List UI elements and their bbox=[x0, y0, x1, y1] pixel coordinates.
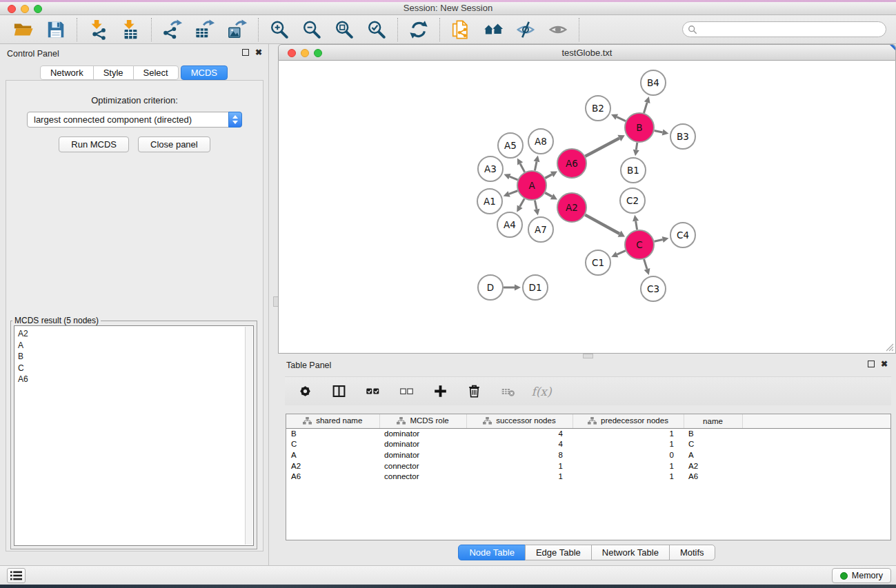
table-cell[interactable]: B bbox=[684, 428, 742, 439]
network-file-icon[interactable] bbox=[450, 19, 472, 41]
result-scrollbar[interactable] bbox=[245, 327, 252, 545]
result-list-item[interactable]: A bbox=[18, 340, 253, 352]
table-cell[interactable]: C bbox=[684, 439, 742, 450]
column-header-MCDS-role[interactable]: MCDS role bbox=[379, 414, 466, 428]
table-cell[interactable]: 1 bbox=[573, 460, 684, 472]
column-header-shared-name[interactable]: shared name bbox=[286, 414, 379, 428]
minimize-window-button[interactable] bbox=[21, 5, 29, 13]
table-cell[interactable]: 1 bbox=[466, 460, 573, 472]
table-row[interactable]: A6connector11A6 bbox=[286, 471, 890, 482]
toolbar-group bbox=[77, 18, 152, 41]
maximize-window-button[interactable] bbox=[34, 5, 42, 13]
trash-icon[interactable] bbox=[463, 381, 485, 403]
result-list-item[interactable]: B bbox=[18, 351, 253, 363]
table-cell[interactable]: 4 bbox=[466, 439, 573, 450]
table-cell[interactable]: 1 bbox=[466, 471, 573, 482]
column-header-name[interactable]: name bbox=[684, 414, 742, 428]
float-table-panel-icon[interactable] bbox=[868, 361, 875, 367]
network-window-titlebar[interactable]: testGlobe.txt bbox=[278, 44, 896, 61]
import-network-icon[interactable] bbox=[87, 19, 109, 41]
table-cell[interactable]: dominator bbox=[379, 449, 466, 460]
network-maximize-button[interactable] bbox=[314, 49, 322, 57]
select-all-icon[interactable] bbox=[361, 381, 384, 403]
import-table-icon[interactable] bbox=[119, 19, 141, 41]
search-input[interactable] bbox=[682, 21, 886, 37]
table-row[interactable]: Cdominator41C bbox=[286, 439, 890, 450]
table-cell[interactable]: dominator bbox=[379, 439, 466, 450]
result-list-item[interactable]: C bbox=[18, 363, 253, 374]
open-icon[interactable] bbox=[12, 19, 34, 41]
node-table[interactable]: shared nameMCDS rolesuccessor nodesprede… bbox=[286, 414, 891, 540]
gear-icon[interactable] bbox=[294, 381, 316, 403]
export-image-icon[interactable] bbox=[226, 19, 248, 41]
table-cell[interactable]: dominator bbox=[379, 428, 466, 439]
result-list-item[interactable]: A6 bbox=[18, 374, 253, 385]
refresh-icon[interactable] bbox=[408, 19, 430, 41]
network-minimize-button[interactable] bbox=[301, 49, 309, 57]
table-cell[interactable]: connector bbox=[379, 460, 466, 472]
window-controls[interactable] bbox=[8, 5, 42, 13]
add-icon[interactable] bbox=[429, 381, 451, 403]
table-cell[interactable]: A2 bbox=[286, 460, 379, 472]
network-window-controls[interactable] bbox=[288, 49, 322, 57]
function-icon[interactable]: f(x) bbox=[530, 381, 552, 403]
table-cell[interactable]: 1 bbox=[573, 439, 684, 450]
delete-table-icon[interactable] bbox=[497, 381, 519, 403]
column-header-predecessor-nodes[interactable]: predecessor nodes bbox=[573, 414, 684, 428]
run-mcds-button[interactable]: Run MCDS bbox=[59, 136, 129, 152]
hide-panel-icon[interactable] bbox=[515, 19, 537, 41]
table-row[interactable]: A2connector11A2 bbox=[286, 460, 890, 472]
table-cell[interactable]: B bbox=[286, 428, 379, 439]
export-network-icon[interactable] bbox=[161, 19, 183, 41]
table-cell[interactable]: C bbox=[286, 439, 379, 450]
close-panel-icon[interactable]: ✖ bbox=[255, 49, 262, 56]
tab-network-table[interactable]: Network Table bbox=[591, 545, 670, 560]
save-icon[interactable] bbox=[45, 19, 67, 41]
tab-edge-table[interactable]: Edge Table bbox=[525, 545, 592, 560]
task-history-button[interactable] bbox=[7, 568, 26, 583]
network-canvas[interactable]: B4B2BB3A5A8A6B1A3AC2A1A2A4A7C4CC1C3DD1 bbox=[278, 61, 896, 354]
table-row[interactable]: Adominator80A bbox=[286, 449, 890, 460]
table-row[interactable]: Bdominator41B bbox=[286, 428, 890, 439]
table-cell[interactable]: 1 bbox=[573, 471, 684, 482]
close-panel-button[interactable]: Close panel bbox=[138, 136, 210, 152]
result-list-item[interactable]: A2 bbox=[18, 328, 253, 340]
criterion-dropdown[interactable]: largest connected component (directed) bbox=[27, 112, 242, 128]
zoom-fit-icon[interactable] bbox=[333, 19, 355, 41]
table-cell[interactable]: A bbox=[286, 449, 379, 460]
columns-icon[interactable] bbox=[328, 381, 350, 403]
float-panel-icon[interactable] bbox=[242, 49, 249, 56]
table-cell[interactable]: A bbox=[684, 449, 742, 460]
memory-button[interactable]: Memory bbox=[832, 568, 891, 583]
tab-style[interactable]: Style bbox=[93, 65, 134, 80]
table-cell[interactable]: 4 bbox=[466, 428, 573, 439]
graph-edge-C-C2 bbox=[636, 221, 637, 230]
table-cell[interactable]: 0 bbox=[573, 449, 684, 460]
zoom-in-icon[interactable] bbox=[268, 19, 290, 41]
dropdown-stepper-icon[interactable] bbox=[228, 112, 242, 128]
tab-motifs[interactable]: Motifs bbox=[669, 545, 715, 560]
resize-grip-icon[interactable] bbox=[885, 343, 894, 352]
table-cell[interactable]: 1 bbox=[573, 428, 684, 439]
zoom-out-icon[interactable] bbox=[301, 19, 323, 41]
export-table-icon[interactable] bbox=[194, 19, 216, 41]
network-graph[interactable]: B4B2BB3A5A8A6B1A3AC2A1A2A4A7C4CC1C3DD1 bbox=[279, 61, 895, 352]
close-window-button[interactable] bbox=[8, 5, 16, 13]
tab-mcds[interactable]: MCDS bbox=[181, 65, 228, 80]
tab-network[interactable]: Network bbox=[40, 65, 94, 80]
home-icon[interactable] bbox=[482, 19, 504, 41]
mcds-result-list[interactable]: A2ABCA6 bbox=[14, 325, 254, 546]
close-table-panel-icon[interactable]: ✖ bbox=[881, 361, 888, 367]
tab-select[interactable]: Select bbox=[133, 65, 179, 80]
show-panel-icon[interactable] bbox=[547, 19, 569, 41]
table-cell[interactable]: A2 bbox=[684, 460, 742, 472]
network-close-button[interactable] bbox=[288, 49, 296, 57]
column-header-successor-nodes[interactable]: successor nodes bbox=[466, 414, 573, 428]
tab-node-table[interactable]: Node Table bbox=[458, 545, 526, 560]
table-cell[interactable]: connector bbox=[379, 471, 466, 482]
table-cell[interactable]: 8 bbox=[466, 449, 573, 460]
table-cell[interactable]: A6 bbox=[286, 471, 379, 482]
table-cell[interactable]: A6 bbox=[684, 471, 742, 482]
zoom-selected-icon[interactable] bbox=[366, 19, 388, 41]
deselect-all-icon[interactable] bbox=[395, 381, 417, 403]
